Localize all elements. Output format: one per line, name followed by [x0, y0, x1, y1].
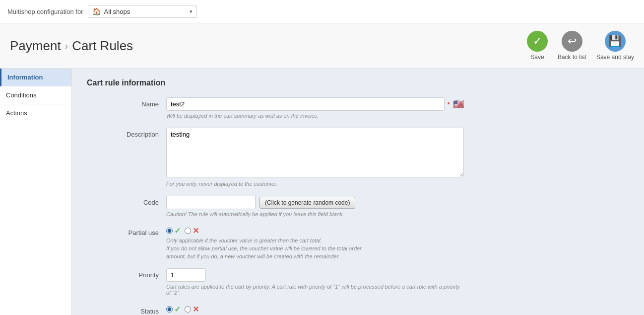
description-field: testing For you only, never displayed to… [166, 128, 464, 187]
generate-code-button[interactable]: (Click to generate random code) [259, 197, 355, 209]
description-label: Description [87, 128, 166, 138]
multishop-label: Multishop configuration for [7, 8, 83, 15]
status-label: Status [87, 305, 166, 315]
priority-row: Priority Cart rules are applied to the c… [87, 268, 629, 296]
partial-use-no-radio[interactable] [185, 228, 191, 234]
back-to-list-button[interactable]: ↩ Back to list [558, 31, 586, 61]
status-no-x-icon: ✕ [193, 305, 199, 314]
priority-field: Cart rules are applied to the cart by pr… [166, 268, 464, 296]
shop-dropdown[interactable]: 🏠 All shops ▾ [88, 5, 197, 18]
status-row: Status ✓ ✕ [87, 305, 629, 315]
partial-use-field: ✓ ✕ Only applicable if the voucher value… [166, 226, 464, 259]
back-label: Back to list [558, 54, 586, 61]
back-icon: ↩ [562, 31, 582, 52]
breadcrumb-parent: Payment [10, 38, 61, 54]
save-button[interactable]: ✓ Save [527, 31, 548, 61]
partial-use-no-x-icon: ✕ [193, 226, 199, 236]
sidebar-item-information[interactable]: Information [0, 69, 71, 86]
partial-use-hint-3: amount, but if you do, a new voucher wil… [166, 253, 464, 259]
shop-dropdown-text: All shops [104, 8, 187, 15]
status-yes-option: ✓ [166, 305, 181, 314]
partial-use-hint-1: Only applicable if the voucher value is … [166, 237, 464, 243]
house-icon: 🏠 [92, 7, 101, 15]
save-label: Save [530, 54, 544, 61]
breadcrumb-separator: › [65, 40, 68, 52]
priority-input[interactable] [166, 268, 206, 282]
description-row: Description testing For you only, never … [87, 128, 629, 187]
save-stay-label: Save and stay [596, 54, 634, 61]
flag-us-icon: 🇺🇸 [453, 99, 464, 110]
section-title: Cart rule information [87, 79, 629, 87]
save-and-stay-button[interactable]: 💾 Save and stay [596, 31, 634, 61]
code-input[interactable] [166, 196, 256, 209]
partial-use-yes-check-icon: ✓ [174, 226, 181, 236]
required-star: * [448, 100, 450, 108]
code-row: Code (Click to generate random code) Cau… [87, 196, 629, 217]
name-input[interactable] [166, 97, 445, 111]
status-yes-check-icon: ✓ [174, 305, 181, 314]
partial-use-radio-group: ✓ ✕ [166, 226, 464, 236]
name-hint: Will be displayed in the cart summary as… [166, 113, 464, 119]
sidebar-item-actions[interactable]: Actions [0, 104, 71, 122]
code-hint: Caution! The rule will automatically be … [166, 211, 464, 217]
partial-use-hint-2: If you do not allow partial use, the vou… [166, 245, 464, 251]
priority-label: Priority [87, 268, 166, 279]
priority-hint: Cart rules are applied to the cart by pr… [166, 284, 464, 296]
toolbar: ✓ Save ↩ Back to list 💾 Save and stay [527, 31, 634, 61]
status-field: ✓ ✕ [166, 305, 464, 314]
content-area: Cart rule information Name * 🇺🇸 Will be … [72, 69, 644, 315]
partial-use-row: Partial use ✓ ✕ Only applicable if the v… [87, 226, 629, 259]
partial-use-yes-option: ✓ [166, 226, 181, 236]
status-yes-radio[interactable] [166, 306, 173, 313]
description-input[interactable]: testing [166, 128, 464, 177]
breadcrumb-current: Cart Rules [72, 38, 133, 54]
breadcrumb: Payment › Cart Rules [10, 38, 133, 54]
save-icon: ✓ [527, 31, 548, 52]
partial-use-no-option: ✕ [185, 226, 199, 236]
status-radio-group: ✓ ✕ [166, 305, 464, 314]
save-stay-icon: 💾 [605, 31, 626, 52]
page-header: Payment › Cart Rules ✓ Save ↩ Back to li… [0, 23, 644, 69]
description-hint: For you only, never displayed to the cus… [166, 181, 464, 187]
partial-use-label: Partial use [87, 226, 166, 236]
sidebar: Information Conditions Actions [0, 69, 72, 315]
name-field: * 🇺🇸 Will be displayed in the cart summa… [166, 97, 464, 119]
main-layout: Information Conditions Actions Cart rule… [0, 69, 644, 315]
chevron-down-icon: ▾ [190, 8, 193, 15]
code-label: Code [87, 196, 166, 206]
status-no-option: ✕ [185, 305, 199, 314]
name-row: Name * 🇺🇸 Will be displayed in the cart … [87, 97, 629, 119]
name-label: Name [87, 97, 166, 108]
code-field: (Click to generate random code) Caution!… [166, 196, 464, 217]
top-bar: Multishop configuration for 🏠 All shops … [0, 0, 644, 23]
status-no-radio[interactable] [185, 306, 191, 313]
sidebar-item-conditions[interactable]: Conditions [0, 86, 71, 104]
partial-use-yes-radio[interactable] [166, 228, 173, 234]
